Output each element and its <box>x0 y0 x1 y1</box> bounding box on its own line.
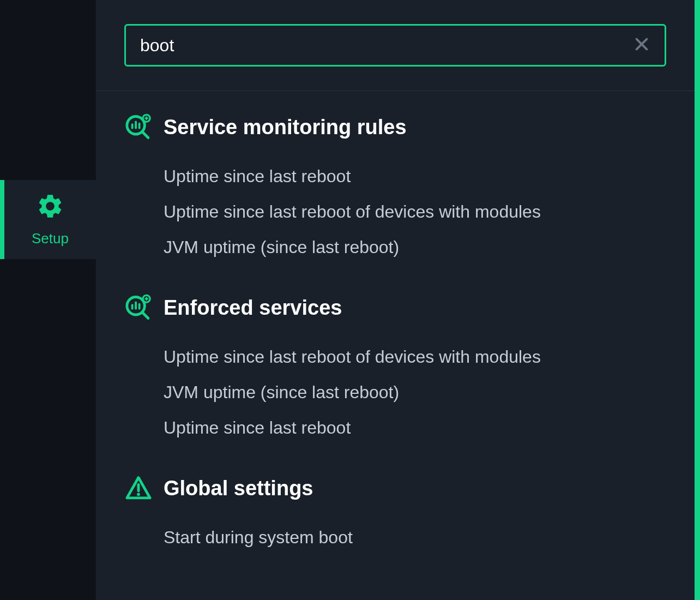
search-results: Service monitoring rules Uptime since la… <box>96 91 695 600</box>
group-header[interactable]: Service monitoring rules <box>124 113 666 141</box>
result-item[interactable]: Uptime since last reboot <box>124 410 666 446</box>
sidebar: Setup <box>0 0 96 600</box>
result-group: Global settings Start during system boot <box>124 474 666 555</box>
svg-line-11 <box>143 313 148 319</box>
result-item[interactable]: JVM uptime (since last reboot) <box>124 375 666 410</box>
gear-icon <box>36 192 64 223</box>
group-title: Global settings <box>164 477 313 500</box>
group-title: Service monitoring rules <box>164 116 407 139</box>
search-container <box>96 0 695 91</box>
group-header[interactable]: Enforced services <box>124 293 666 322</box>
search-input[interactable] <box>140 35 633 56</box>
svg-line-3 <box>143 133 148 138</box>
search-box[interactable] <box>124 24 666 67</box>
svg-point-19 <box>137 493 140 496</box>
close-icon <box>633 35 650 55</box>
result-item[interactable]: Uptime since last reboot of devices with… <box>124 194 666 230</box>
result-item[interactable]: Uptime since last reboot of devices with… <box>124 339 666 375</box>
monitoring-icon <box>124 293 153 322</box>
result-item[interactable]: JVM uptime (since last reboot) <box>124 230 666 265</box>
warning-icon <box>124 474 153 502</box>
result-item[interactable]: Start during system boot <box>124 520 666 555</box>
sidebar-item-setup[interactable]: Setup <box>0 180 96 259</box>
monitoring-icon <box>124 113 153 141</box>
sidebar-item-label: Setup <box>32 230 69 247</box>
result-group: Enforced services Uptime since last rebo… <box>124 293 666 446</box>
clear-search-button[interactable] <box>633 35 650 55</box>
result-item[interactable]: Uptime since last reboot <box>124 159 666 194</box>
result-group: Service monitoring rules Uptime since la… <box>124 113 666 265</box>
group-header[interactable]: Global settings <box>124 474 666 502</box>
group-title: Enforced services <box>164 296 342 320</box>
main-panel: Service monitoring rules Uptime since la… <box>96 0 700 600</box>
